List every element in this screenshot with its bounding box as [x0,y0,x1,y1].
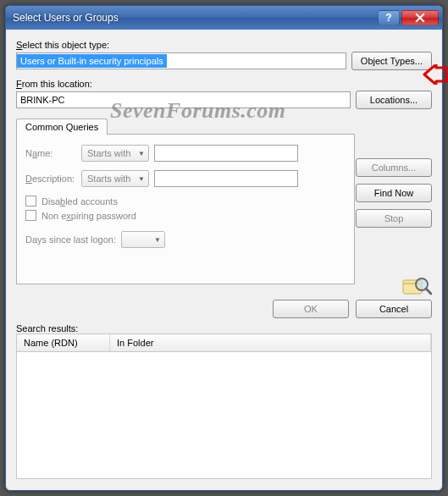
ok-button[interactable]: OK [273,300,349,318]
days-logon-select[interactable]: ▼ [121,231,165,248]
chevron-down-icon: ▼ [154,236,161,244]
non-expiring-label: Non expiring password [41,211,136,221]
desc-match-select[interactable]: Starts with▼ [81,170,149,187]
tab-panel: Name: Starts with▼ Description: Starts w… [16,134,355,284]
dialog-window: Select Users or Groups ? Select this obj… [5,5,443,491]
from-location-label: From this location: [16,79,432,89]
close-icon [415,13,425,23]
object-type-input[interactable]: Users or Built-in security principals [16,52,346,69]
results-list[interactable] [16,352,432,479]
cancel-button[interactable]: Cancel [356,300,432,318]
titlebar[interactable]: Select Users or Groups ? [6,6,442,30]
days-logon-label: Days since last logon: [25,234,116,245]
name-label: Name: [25,148,76,158]
description-input[interactable] [154,170,298,187]
object-types-button[interactable]: Object Types... [351,52,432,70]
description-label: Description: [25,174,76,184]
columns-button[interactable]: Columns... [356,158,432,177]
find-now-button[interactable]: Find Now [356,184,432,202]
column-name[interactable]: Name (RDN) [17,334,110,351]
close-button[interactable] [401,10,439,25]
svg-point-2 [418,280,426,289]
search-results-label: Search results: [16,323,78,333]
help-button[interactable]: ? [378,10,400,25]
disabled-accounts-label: Disabled accounts [41,196,118,207]
results-header[interactable]: Name (RDN) In Folder [16,333,432,352]
name-input[interactable] [154,145,298,162]
chevron-down-icon: ▼ [138,150,145,157]
locations-button[interactable]: Locations... [356,91,432,109]
column-infolder[interactable]: In Folder [110,334,431,351]
object-type-label: Select this object type: [16,40,432,50]
chevron-down-icon: ▼ [138,175,145,183]
location-input[interactable] [16,91,351,108]
disabled-accounts-checkbox[interactable] [25,196,36,207]
name-match-select[interactable]: Starts with▼ [81,145,149,162]
stop-button[interactable]: Stop [356,209,432,228]
tab-common-queries[interactable]: Common Queries [16,118,108,135]
right-button-column: Columns... Find Now Stop [356,158,432,299]
non-expiring-checkbox[interactable] [25,210,36,221]
dialog-content: Select this object type: Users or Built-… [6,30,442,486]
search-icon [401,275,432,299]
window-title: Select Users or Groups [13,12,378,24]
